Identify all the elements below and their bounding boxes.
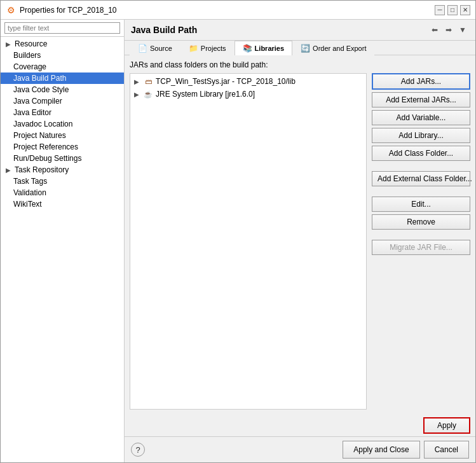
- sidebar-item-wikitext[interactable]: WikiText: [1, 198, 124, 210]
- properties-window: ⚙ Properties for TCP_2018_10 ─ □ ✕ ▶ Res…: [0, 0, 476, 463]
- sidebar-item-project-references[interactable]: Project References: [1, 141, 124, 153]
- sidebar-item-label: Project References: [13, 142, 78, 151]
- dropdown-button[interactable]: ▼: [456, 24, 469, 36]
- sidebar-item-label: Java Compiler: [13, 97, 62, 106]
- filter-box: [1, 20, 124, 37]
- sidebar-item-label: WikiText: [13, 200, 42, 209]
- sidebar-item-builders[interactable]: Builders: [1, 50, 124, 61]
- sidebar-item-validation[interactable]: Validation: [1, 187, 124, 198]
- main-content: ▶ Resource Builders Coverage Java Build …: [1, 20, 475, 462]
- sidebar-item-task-repository[interactable]: ▶ Task Repository: [1, 164, 124, 176]
- tab-label: Libraries: [255, 45, 284, 52]
- edit-button[interactable]: Edit...: [372, 197, 470, 212]
- main-area: JARs and class folders on the build path…: [125, 55, 475, 415]
- sidebar-item-resource[interactable]: ▶ Resource: [1, 38, 124, 50]
- apply-close-button[interactable]: Apply and Close: [343, 441, 419, 459]
- sidebar-item-label: Validation: [13, 188, 46, 197]
- tab-label: Order and Export: [313, 45, 366, 52]
- help-button[interactable]: ?: [131, 443, 145, 457]
- sidebar-item-task-tags[interactable]: Task Tags: [1, 176, 124, 187]
- tree-item-label: TCP_Win_TestSys.jar - TCP_2018_10/lib: [156, 77, 296, 86]
- tree-item-jre[interactable]: ▶ ☕ JRE System Library [jre1.6.0]: [132, 88, 365, 100]
- tree-arrow-jre: ▶: [134, 91, 143, 98]
- arrow-icon: ▶: [6, 41, 13, 48]
- sidebar-item-label: Task Repository: [15, 165, 69, 174]
- button-spacer-2: [372, 189, 470, 194]
- sidebar-item-label: Java Build Path: [13, 74, 66, 83]
- tree-arrow-jar: ▶: [134, 78, 143, 85]
- sidebar-item-coverage[interactable]: Coverage: [1, 61, 124, 73]
- filter-input[interactable]: [4, 22, 120, 34]
- minimize-button[interactable]: ─: [435, 5, 445, 15]
- order-export-tab-icon: 🔄: [301, 44, 310, 53]
- sidebar-item-java-build-path[interactable]: Java Build Path: [1, 73, 124, 84]
- remove-button[interactable]: Remove: [372, 214, 470, 230]
- sidebar-item-label: Project Natures: [13, 131, 66, 140]
- source-tab-icon: 📄: [138, 44, 147, 53]
- jre-icon: ☕: [143, 89, 153, 99]
- tabs-bar: 📄 Source 📁 Projects 📚 Libraries 🔄 Order …: [125, 41, 475, 55]
- bottom-right: Apply and Close Cancel: [343, 441, 469, 459]
- left-panel: ▶ Resource Builders Coverage Java Build …: [1, 20, 125, 462]
- add-external-jars-button[interactable]: Add External JARs...: [372, 92, 470, 107]
- buttons-column: Add JARs... Add External JARs... Add Var…: [372, 73, 470, 410]
- sidebar-item-label: Java Editor: [13, 108, 51, 117]
- title-bar: ⚙ Properties for TCP_2018_10 ─ □ ✕: [1, 1, 475, 20]
- window-icon: ⚙: [6, 5, 16, 15]
- panel-title: Java Build Path: [131, 25, 197, 35]
- bottom-left: ?: [131, 443, 145, 457]
- apply-row: Apply: [125, 415, 475, 436]
- add-external-class-folder-button[interactable]: Add External Class Folder...: [372, 171, 470, 186]
- tree-item-jar[interactable]: ▶ 🗃 TCP_Win_TestSys.jar - TCP_2018_10/li…: [132, 75, 365, 88]
- tab-label: Source: [150, 45, 172, 52]
- add-library-button[interactable]: Add Library...: [372, 128, 470, 143]
- sidebar-item-javadoc-location[interactable]: Javadoc Location: [1, 118, 124, 130]
- nav-list: ▶ Resource Builders Coverage Java Build …: [1, 37, 124, 462]
- sidebar-item-java-compiler[interactable]: Java Compiler: [1, 95, 124, 107]
- tab-source[interactable]: 📄 Source: [130, 41, 180, 55]
- build-path-description: JARs and class folders on the build path…: [130, 60, 470, 69]
- jar-icon: 🗃: [143, 76, 153, 86]
- add-jars-button[interactable]: Add JARs...: [372, 73, 470, 90]
- tree-item-label: JRE System Library [jre1.6.0]: [156, 90, 255, 99]
- sidebar-item-label: Java Code Style: [13, 85, 69, 94]
- sidebar-item-label: Javadoc Location: [13, 120, 72, 128]
- apply-button[interactable]: Apply: [423, 417, 470, 434]
- add-class-folder-button[interactable]: Add Class Folder...: [372, 146, 470, 161]
- migrate-jar-button[interactable]: Migrate JAR File...: [372, 240, 470, 255]
- sidebar-item-java-code-style[interactable]: Java Code Style: [1, 84, 124, 95]
- sidebar-item-java-editor[interactable]: Java Editor: [1, 107, 124, 118]
- bottom-bar: ? Apply and Close Cancel: [125, 436, 475, 462]
- button-spacer-1: [372, 163, 470, 169]
- back-button[interactable]: ⬅: [428, 24, 441, 36]
- button-spacer-3: [372, 232, 470, 237]
- tab-order-export[interactable]: 🔄 Order and Export: [292, 41, 374, 55]
- panel-header: Java Build Path ⬅ ➡ ▼: [125, 20, 475, 41]
- tree-area: ▶ 🗃 TCP_Win_TestSys.jar - TCP_2018_10/li…: [130, 73, 367, 410]
- sidebar-item-label: Run/Debug Settings: [13, 154, 81, 163]
- sidebar-item-label: Builders: [13, 51, 41, 60]
- add-variable-button[interactable]: Add Variable...: [372, 110, 470, 125]
- tab-label: Projects: [201, 45, 226, 52]
- window-controls: ─ □ ✕: [435, 5, 470, 15]
- cancel-button[interactable]: Cancel: [424, 441, 469, 459]
- window-title: Properties for TCP_2018_10: [20, 6, 435, 15]
- forward-button[interactable]: ➡: [442, 24, 455, 36]
- build-path-content: ▶ 🗃 TCP_Win_TestSys.jar - TCP_2018_10/li…: [130, 73, 470, 410]
- projects-tab-icon: 📁: [189, 44, 198, 53]
- sidebar-item-label: Coverage: [13, 62, 46, 71]
- maximize-button[interactable]: □: [447, 5, 458, 15]
- tab-libraries[interactable]: 📚 Libraries: [235, 41, 292, 55]
- tab-projects[interactable]: 📁 Projects: [180, 41, 235, 55]
- arrow-icon: ▶: [6, 167, 13, 174]
- sidebar-item-project-natures[interactable]: Project Natures: [1, 130, 124, 141]
- right-panel: Java Build Path ⬅ ➡ ▼ 📄 Source 📁 Project…: [125, 20, 475, 462]
- libraries-tab-icon: 📚: [243, 44, 252, 53]
- sidebar-item-label: Task Tags: [13, 177, 47, 186]
- panel-toolbar: ⬅ ➡ ▼: [428, 24, 469, 36]
- close-button[interactable]: ✕: [460, 5, 470, 15]
- sidebar-item-label: Resource: [15, 39, 47, 48]
- sidebar-item-run-debug-settings[interactable]: Run/Debug Settings: [1, 153, 124, 164]
